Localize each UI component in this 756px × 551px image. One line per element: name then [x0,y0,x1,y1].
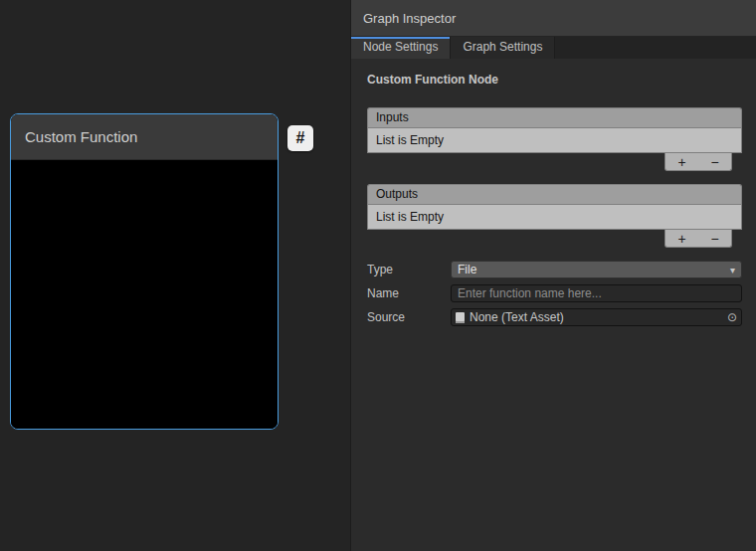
source-row: Source None (Text Asset) ⊙ [367,308,742,326]
source-label: Source [367,310,451,324]
inputs-remove-button[interactable]: − [698,153,731,170]
name-row: Name [367,284,742,302]
inputs-list: Inputs List is Empty + − [367,107,742,171]
outputs-list-footer: + − [367,230,742,248]
source-object-value: None (Text Asset) [470,310,723,324]
source-object-field[interactable]: None (Text Asset) ⊙ [451,308,742,326]
node-preview-body [11,160,278,429]
inspector-tabs: Node Settings Graph Settings [351,37,756,59]
object-picker-icon[interactable]: ⊙ [723,309,741,325]
node-title: Custom Function [25,128,137,145]
section-title: Custom Function Node [367,73,742,87]
shader-graph-window: Custom Function # Graph Inspector Node S… [0,0,756,551]
inputs-list-header[interactable]: Inputs [367,107,742,127]
type-dropdown[interactable]: File ▾ [451,261,742,278]
inputs-add-button[interactable]: + [665,153,698,170]
custom-function-node[interactable]: Custom Function [10,113,279,430]
inspector-header[interactable]: Graph Inspector [351,0,756,37]
outputs-list-empty: List is Empty [367,204,742,230]
outputs-list: Outputs List is Empty + − [367,184,742,248]
type-label: Type [367,263,451,276]
function-name-input[interactable] [451,284,742,302]
inputs-list-footer-bar: + − [664,153,732,171]
outputs-list-header[interactable]: Outputs [367,184,742,204]
inspector-content: Custom Function Node Inputs List is Empt… [351,59,756,326]
type-dropdown-value: File [458,263,476,276]
outputs-remove-button[interactable]: − [698,230,731,247]
outputs-add-button[interactable]: + [665,230,698,247]
text-asset-icon [456,312,465,323]
tab-node-settings[interactable]: Node Settings [351,37,451,59]
outputs-list-footer-bar: + − [664,230,732,248]
chevron-down-icon: ▾ [730,265,735,276]
node-header[interactable]: Custom Function [11,114,278,160]
inputs-list-footer: + − [367,153,742,171]
inputs-list-empty: List is Empty [367,127,742,153]
type-row: Type File ▾ [367,261,742,278]
name-label: Name [367,286,451,300]
graph-inspector-panel: Graph Inspector Node Settings Graph Sett… [350,0,756,551]
inspector-title: Graph Inspector [363,11,456,26]
hash-badge-icon[interactable]: # [287,125,313,151]
tab-graph-settings[interactable]: Graph Settings [451,37,555,59]
